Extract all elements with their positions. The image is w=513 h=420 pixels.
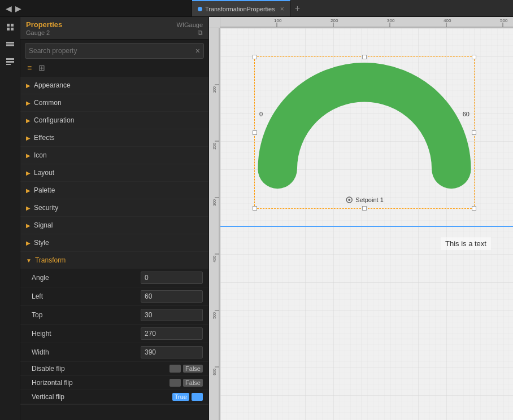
svg-rect-4: [6, 42, 14, 43]
copy-icon[interactable]: ⧉: [198, 29, 203, 37]
chevron-right-icon: ▶: [26, 205, 31, 211]
prop-group-configuration-header[interactable]: ▶ Configuration: [20, 112, 208, 129]
prop-group-transform-header[interactable]: ▼ Transform: [20, 252, 208, 269]
common-label: Common: [34, 99, 62, 107]
width-label: Width: [32, 348, 141, 356]
tab-label: TransformationProperties: [205, 6, 275, 12]
search-input[interactable]: [29, 47, 195, 55]
sidebar-icon-home[interactable]: [2, 19, 18, 35]
tab-transformation-properties[interactable]: TransformationProperties ×: [192, 0, 290, 16]
chevron-right-icon: ▶: [26, 170, 31, 176]
svg-rect-2: [7, 28, 10, 30]
svg-rect-3: [11, 28, 14, 30]
palette-label: Palette: [34, 186, 55, 194]
height-value: [141, 327, 203, 340]
top-bar: ◀ ▶ TransformationProperties × +: [0, 0, 513, 17]
view-list-button[interactable]: ≡: [25, 62, 34, 73]
back-arrow[interactable]: ◀: [5, 4, 13, 13]
chevron-right-icon: ▶: [26, 100, 31, 106]
prop-group-security-header[interactable]: ▶ Security: [20, 199, 208, 216]
icon-label: Icon: [34, 151, 47, 159]
canvas-content: 82 0 60 Setpoint 1: [220, 28, 513, 420]
angle-input[interactable]: [141, 272, 203, 284]
prop-row-left: Left: [20, 287, 208, 306]
svg-text:500: 500: [500, 18, 508, 23]
tab-add-button[interactable]: +: [290, 3, 305, 14]
prop-group-signal-header[interactable]: ▶ Signal: [20, 217, 208, 234]
prop-group-effects-header[interactable]: ▶ Effects: [20, 129, 208, 146]
chevron-right-icon: ▶: [26, 240, 31, 246]
prop-group-common-header[interactable]: ▶ Common: [20, 94, 208, 111]
canvas-area: 100 200 300 400 500 100 200 300: [209, 17, 513, 420]
ruler-corner: [209, 17, 220, 28]
chevron-right-icon: ▶: [26, 222, 31, 229]
disable-flip-toggle[interactable]: [169, 365, 181, 373]
panel-header: Properties WfGauge Gauge 2 ⧉: [20, 17, 208, 40]
svg-rect-7: [6, 58, 14, 60]
vertical-flip-true-label: True: [172, 393, 189, 401]
search-clear-button[interactable]: ×: [195, 46, 200, 55]
svg-rect-6: [6, 45, 14, 46]
appearance-label: Appearance: [34, 81, 71, 89]
style-label: Style: [34, 239, 49, 247]
view-icons-row: ≡ ⊞: [20, 62, 208, 77]
search-box: ×: [25, 43, 204, 59]
gauge-inner: 82 0 60 Setpoint 1: [255, 57, 474, 208]
configuration-label: Configuration: [34, 116, 74, 124]
width-input[interactable]: [141, 346, 203, 358]
prop-row-horizontal-flip: Horizontal flip False: [20, 376, 208, 390]
prop-group-layout-header[interactable]: ▶ Layout: [20, 164, 208, 181]
svg-text:300: 300: [212, 199, 216, 206]
tab-dot-icon: [198, 7, 202, 11]
horizontal-flip-value: False: [169, 379, 203, 387]
prop-row-disable-flip: Disable flip False: [20, 362, 208, 376]
prop-group-appearance-header[interactable]: ▶ Appearance: [20, 77, 208, 94]
panel-wf-label: WfGauge: [177, 21, 203, 28]
prop-group-icon-header[interactable]: ▶ Icon: [20, 147, 208, 164]
prop-group-common: ▶ Common: [20, 94, 208, 112]
height-label: Height: [32, 330, 141, 338]
svg-point-37: [348, 199, 350, 201]
vertical-flip-toggle[interactable]: [192, 393, 203, 401]
width-value: [141, 346, 203, 358]
prop-row-top: Top: [20, 306, 208, 325]
ruler-top: 100 200 300 400 500: [220, 17, 513, 28]
panel-subtitle: Gauge 2: [26, 29, 50, 36]
horizontal-flip-toggle[interactable]: [169, 379, 181, 387]
sidebar-icon-list[interactable]: [2, 53, 18, 69]
prop-group-signal: ▶ Signal: [20, 217, 208, 234]
prop-group-palette: ▶ Palette: [20, 182, 208, 199]
prop-group-configuration: ▶ Configuration: [20, 112, 208, 129]
disable-flip-value: False: [169, 365, 203, 373]
svg-text:400: 400: [444, 18, 451, 23]
forward-arrow[interactable]: ▶: [14, 4, 23, 13]
sidebar-icon-layers[interactable]: [2, 36, 18, 52]
text-widget[interactable]: This is a text: [441, 237, 491, 250]
gauge-widget[interactable]: 82 0 60 Setpoint 1: [254, 56, 475, 209]
prop-group-palette-header[interactable]: ▶ Palette: [20, 182, 208, 199]
nav-arrows: ◀ ▶: [5, 4, 23, 13]
prop-group-style-header[interactable]: ▶ Style: [20, 234, 208, 251]
chevron-right-icon: ▶: [26, 152, 31, 159]
top-input[interactable]: [141, 309, 203, 321]
chevron-right-icon: ▶: [26, 187, 31, 194]
effects-label: Effects: [34, 134, 54, 142]
left-input[interactable]: [141, 290, 203, 303]
height-input[interactable]: [141, 327, 203, 340]
prop-group-icon: ▶ Icon: [20, 147, 208, 164]
tab-close-button[interactable]: ×: [280, 5, 284, 13]
svg-rect-0: [7, 24, 10, 27]
property-list: ▶ Appearance ▶ Common ▶ Configuration: [20, 77, 208, 420]
prop-group-transform: ▼ Transform Angle Left: [20, 252, 208, 405]
prop-row-width: Width: [20, 343, 208, 362]
svg-rect-8: [6, 61, 14, 63]
svg-text:100: 100: [274, 18, 282, 23]
svg-text:400: 400: [212, 256, 216, 262]
angle-label: Angle: [32, 274, 141, 282]
search-row: ×: [20, 40, 208, 62]
security-label: Security: [34, 204, 58, 212]
view-grid-button[interactable]: ⊞: [36, 62, 47, 73]
layout-label: Layout: [34, 169, 54, 177]
prop-group-style: ▶ Style: [20, 234, 208, 252]
svg-text:500: 500: [212, 312, 216, 319]
